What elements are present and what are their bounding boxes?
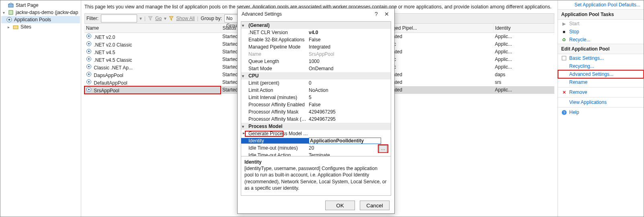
show-all-link[interactable]: Show All [176,16,195,21]
property-row[interactable]: NameSrsAppPool [241,51,391,58]
property-row[interactable]: Idle Time-out (minutes)20 [241,144,391,152]
app-pool-icon [86,71,92,77]
svg-point-20 [88,81,90,83]
col-pipeline[interactable]: Managed Pipel... [379,24,494,32]
help-action[interactable]: ? Help [558,108,644,116]
chevron-down-icon: ▾ [242,23,247,28]
stop-icon: ■ [561,29,567,34]
col-identity[interactable]: Identity [493,24,554,32]
category-row[interactable]: ▾(General) [241,22,391,29]
view-apps-action[interactable]: View Applications [558,98,644,106]
app-pool-icon [86,79,92,85]
description-body: [identityType, username, password] Confi… [244,165,388,191]
svg-rect-4 [13,26,18,29]
property-row[interactable]: Idle Time-out ActionTerminate [241,152,391,156]
category-row[interactable]: ▾CPU [241,72,391,79]
expander-icon[interactable]: ▾ [1,10,6,15]
app-pool-icon [86,33,92,39]
dialog-title: Advanced Settings [242,11,371,17]
tree-app-pools[interactable]: Application Pools [1,16,80,23]
actions-pane: Set Application Pool Defaults... Applica… [558,0,644,217]
doc-icon [561,55,567,61]
tree-label: Sites [21,24,31,30]
property-row[interactable]: Processor Affinity Mask4294967295 [241,108,391,116]
edit-header: Edit Application Pool [558,44,644,54]
action-label[interactable]: Remove [569,89,587,95]
action-label[interactable]: Rename [569,79,587,85]
property-row[interactable]: Queue Length1000 [241,58,391,65]
svg-point-12 [88,51,90,52]
svg-point-3 [8,19,10,21]
advanced-settings-dialog: Advanced Settings ? ✕ ▾(General).NET CLR… [237,8,395,214]
description-pane: Identity [identityType, username, passwo… [241,156,391,195]
app-pool-icon [86,87,92,92]
stop-action[interactable]: ■ Stop [558,28,644,36]
remove-action[interactable]: ✕ Remove [558,88,644,96]
property-row[interactable]: Processor Affinity EnabledFalse [241,101,391,108]
help-icon: ? [561,110,567,115]
col-name[interactable]: Name [84,24,221,32]
tree-start-page[interactable]: Start Page [1,2,80,9]
svg-marker-6 [169,16,173,20]
remove-icon: ✕ [561,89,567,95]
rename-action[interactable]: Rename [558,78,644,86]
property-row[interactable]: Limit Interval (minutes)5 [241,94,391,101]
svg-marker-5 [148,16,152,20]
funnel-icon [148,16,153,21]
action-label[interactable]: View Applications [569,99,607,105]
tree-label: jackw-daps-demo (jackw-dap [16,10,78,15]
basic-settings-action[interactable]: Basic Settings... [558,54,644,62]
expander-icon[interactable]: ▸ [6,25,11,29]
recycling-action[interactable]: Recycling... [558,62,644,70]
set-defaults-link[interactable]: Set Application Pool Defaults... [574,2,640,8]
close-icon[interactable]: ✕ [381,11,392,17]
svg-point-14 [88,58,90,60]
app-pool-icon [86,56,92,62]
action-label: Start [569,21,579,26]
folder-icon [12,24,19,30]
app-pools-icon [6,16,12,23]
svg-point-8 [88,35,90,37]
property-row[interactable]: ▸Generate Process Model Event L [241,130,391,137]
dropdown-icon[interactable]: ▾ [139,16,142,21]
advanced-settings-action[interactable]: Advanced Settings... [558,70,644,78]
category-row[interactable]: ▾Process Model [241,123,391,130]
property-grid[interactable]: ▾(General).NET CLR Versionv4.0Enable 32-… [241,22,391,156]
svg-text:?: ? [563,111,565,115]
tree-sites[interactable]: ▸ Sites [1,23,80,30]
app-pool-icon [86,64,92,69]
description-heading: Identity [244,159,388,165]
property-row[interactable]: Processor Affinity Mask (64-bit o4294967… [241,116,391,123]
property-row[interactable]: Limit (percent)0 [241,79,391,87]
svg-point-16 [88,66,90,67]
show-all-icon [169,16,174,21]
property-row[interactable]: Limit ActionNoAction [241,87,391,94]
help-button[interactable]: ? [371,11,381,17]
action-label[interactable]: Advanced Settings... [569,71,613,77]
property-row[interactable]: IdentityApplicationPoolIdentity [241,137,391,144]
property-row[interactable]: .NET CLR Versionv4.0 [241,29,391,36]
play-icon: ▶ [561,21,567,26]
property-row[interactable]: Enable 32-Bit ApplicationsFalse [241,36,391,43]
action-label[interactable]: Stop [569,29,579,34]
ok-button[interactable]: OK [325,201,355,210]
action-label[interactable]: Basic Settings... [569,55,604,61]
filter-input[interactable] [101,14,137,22]
action-label[interactable]: Recycle... [569,37,591,43]
tree-server[interactable]: ▾ jackw-daps-demo (jackw-dap [1,9,80,16]
svg-rect-1 [9,10,13,14]
cancel-button[interactable]: Cancel [360,201,390,210]
action-label[interactable]: Help [569,110,579,115]
action-label[interactable]: Recycling... [569,63,594,69]
property-row[interactable]: Start ModeOnDemand [241,65,391,72]
property-row[interactable]: Managed Pipeline ModeIntegrated [241,43,391,51]
go-link[interactable]: Go [155,16,162,21]
group-by-label: Group by: [201,16,222,21]
recycle-action[interactable]: ♻ Recycle... [558,36,644,44]
chevron-down-icon: ▾ [242,124,247,129]
identity-browse-button[interactable]: … [379,145,387,152]
svg-point-22 [88,89,90,90]
app-pool-icon [86,49,92,54]
tree-label: Application Pools [14,17,51,22]
connections-tree: Start Page ▾ jackw-daps-demo (jackw-dap … [0,0,81,217]
